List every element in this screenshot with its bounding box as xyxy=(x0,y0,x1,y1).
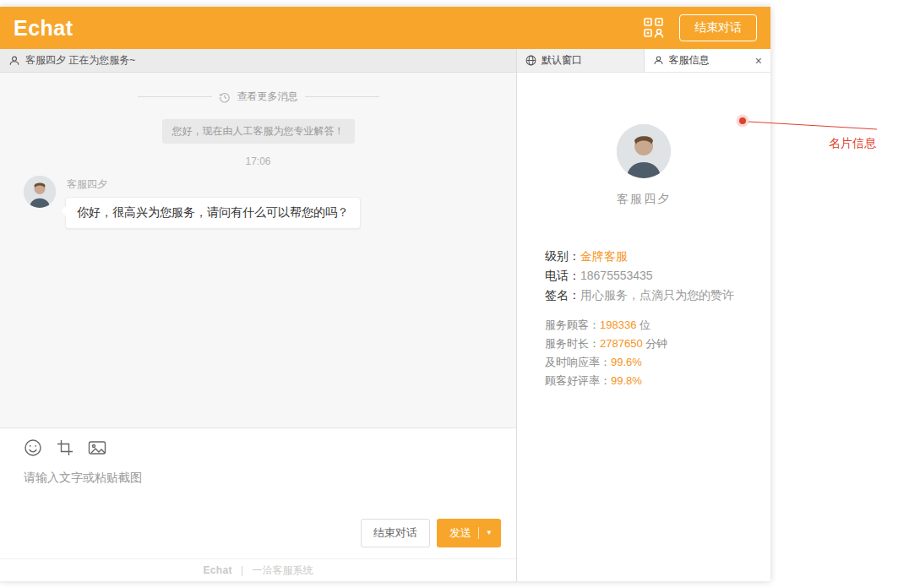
close-icon[interactable]: × xyxy=(755,55,762,67)
composer: 请输入文字或粘贴截图 结束对话 发送 ▼ xyxy=(0,427,516,558)
info-value: 18675553435 xyxy=(580,269,653,282)
agent-card: 客服四夕 级别：金牌客服 电话：18675553435 签名：用心服务，点滴只为… xyxy=(517,73,770,390)
end-chat-button[interactable]: 结束对话 xyxy=(361,519,430,547)
echat-logo: Echat xyxy=(14,16,73,41)
end-chat-header-button[interactable]: 结束对话 xyxy=(679,14,757,41)
chat-status-text: 客服四夕 正在为您服务~ xyxy=(25,53,135,68)
stat-value: 198336 xyxy=(600,318,636,331)
message-bubble: 你好，很高兴为您服务，请问有什么可以帮您的吗？ xyxy=(65,197,361,229)
stat-row: 及时响应率：99.6% xyxy=(545,353,770,372)
tab-default-window[interactable]: 默认窗口 xyxy=(517,49,645,72)
info-label: 级别： xyxy=(545,249,580,263)
app-header: Echat 结束对话 xyxy=(0,7,770,49)
load-more-label: 查看更多消息 xyxy=(237,90,298,104)
qr-contact-icon[interactable] xyxy=(643,17,666,40)
stat-value: 99.6% xyxy=(611,356,642,368)
send-button[interactable]: 发送 ▼ xyxy=(437,519,501,547)
info-value: 金牌客服 xyxy=(580,249,628,263)
globe-icon xyxy=(525,55,536,66)
composer-toolbar xyxy=(24,438,503,457)
tab-label: 默认窗口 xyxy=(542,53,582,68)
divider-line xyxy=(138,96,212,97)
stat-label: 顾客好评率： xyxy=(545,374,611,387)
agent-info-group: 级别：金牌客服 电话：18675553435 签名：用心服务，点滴只为您的赞许 xyxy=(545,247,770,305)
message-body: 客服四夕 你好，很高兴为您服务，请问有什么可以帮您的吗？ xyxy=(65,176,361,229)
main-area: 客服四夕 正在为您服务~ 查看更多消息 xyxy=(0,49,770,581)
system-message: 您好，现在由人工客服为您专业解答！ xyxy=(0,119,516,144)
stat-value: 2787650 xyxy=(600,337,643,350)
chat-footer: Echat ｜ 一洽客服系统 xyxy=(0,558,516,581)
info-row: 电话：18675553435 xyxy=(545,266,770,286)
stat-label: 服务顾客： xyxy=(545,318,600,331)
person-icon xyxy=(653,55,664,66)
stat-row: 服务时长：2787650 分钟 xyxy=(545,335,770,353)
callout-label: 名片信息 xyxy=(829,136,876,151)
info-label: 签名： xyxy=(545,288,580,302)
agent-avatar xyxy=(24,176,56,208)
stat-suffix: 位 xyxy=(636,318,650,331)
chat-pane: 客服四夕 正在为您服务~ 查看更多消息 xyxy=(0,49,517,581)
panel-tabs: 默认窗口 客服信息 × xyxy=(517,49,770,73)
crop-icon[interactable] xyxy=(57,439,73,456)
stat-row: 顾客好评率：99.8% xyxy=(545,372,770,390)
footer-divider: ｜ xyxy=(237,564,248,578)
stage: Echat 结束对话 xyxy=(0,0,909,588)
message-input[interactable]: 请输入文字或粘贴截图 xyxy=(24,471,503,486)
info-label: 电话： xyxy=(545,269,580,282)
send-dropdown-icon[interactable]: ▼ xyxy=(486,530,493,536)
info-pane: 默认窗口 客服信息 × xyxy=(517,49,770,581)
footer-brand: Echat xyxy=(204,564,232,576)
composer-actions: 结束对话 发送 ▼ xyxy=(361,519,501,547)
smiley-icon[interactable] xyxy=(24,438,42,457)
agent-icon xyxy=(8,55,20,67)
load-more-messages[interactable]: 查看更多消息 xyxy=(0,90,516,104)
agent-stats-group: 服务顾客：198336 位 服务时长：2787650 分钟 及时响应率：99.6… xyxy=(545,316,770,390)
history-clock-icon xyxy=(219,91,231,103)
chat-status-bar: 客服四夕 正在为您服务~ xyxy=(0,49,516,73)
info-value: 用心服务，点滴只为您的赞许 xyxy=(580,288,734,302)
footer-name: 一洽客服系统 xyxy=(252,564,313,578)
message-sender: 客服四夕 xyxy=(67,177,361,192)
stat-row: 服务顾客：198336 位 xyxy=(545,316,770,335)
send-label: 发送 xyxy=(449,525,471,541)
info-row: 签名：用心服务，点滴只为您的赞许 xyxy=(545,286,770,305)
message-list: 查看更多消息 您好，现在由人工客服为您专业解答！ 17:06 xyxy=(0,73,516,427)
stat-suffix: 分钟 xyxy=(643,337,668,350)
stat-value: 99.8% xyxy=(611,374,642,387)
picture-icon[interactable] xyxy=(88,439,106,456)
stat-label: 服务时长： xyxy=(545,337,600,350)
system-message-text: 您好，现在由人工客服为您专业解答！ xyxy=(162,119,355,144)
message-timestamp: 17:06 xyxy=(0,155,516,167)
stat-label: 及时响应率： xyxy=(545,356,611,368)
send-divider xyxy=(478,527,479,539)
message-row: 客服四夕 你好，很高兴为您服务，请问有什么可以帮您的吗？ xyxy=(0,167,516,229)
agent-name: 客服四夕 xyxy=(517,192,770,207)
divider-line xyxy=(305,96,379,97)
tab-agent-info[interactable]: 客服信息 xyxy=(645,49,771,72)
header-actions: 结束对话 xyxy=(643,14,757,41)
info-row: 级别：金牌客服 xyxy=(545,247,770,266)
tab-label: 客服信息 xyxy=(669,53,710,68)
app-window: Echat 结束对话 xyxy=(0,7,770,581)
agent-avatar-large xyxy=(617,124,671,178)
